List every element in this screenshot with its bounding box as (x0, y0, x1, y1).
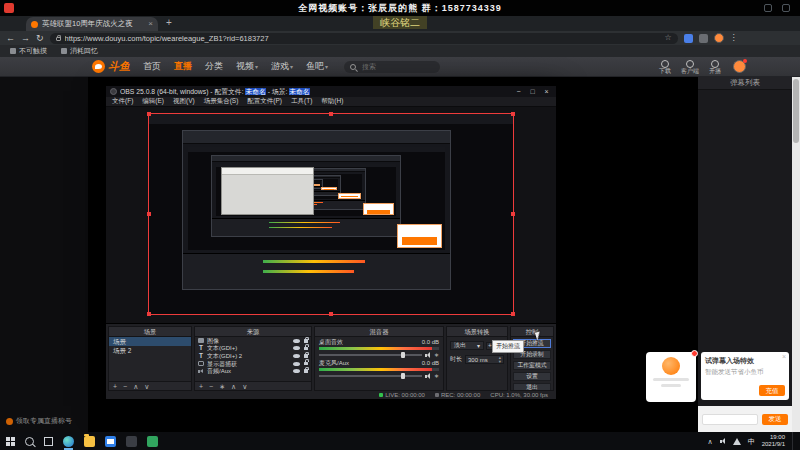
selection-handle[interactable] (329, 312, 333, 316)
source-item[interactable]: 文本(GDI+) (195, 345, 311, 353)
selection-handle[interactable] (511, 312, 515, 316)
selection-handle[interactable] (511, 212, 515, 216)
scene-item[interactable]: 场景 (109, 337, 191, 346)
settings-button[interactable]: 设置 (513, 372, 551, 381)
media-app-icon[interactable] (126, 436, 137, 447)
move-down-icon[interactable]: ∨ (144, 383, 149, 390)
lock-icon[interactable] (304, 362, 308, 366)
obs-titlebar[interactable]: OBS 25.0.8 (64-bit, windows) - 配置文件: 未命名… (106, 86, 556, 97)
selection-handle[interactable] (147, 212, 151, 216)
menu-help[interactable]: 帮助(H) (321, 97, 343, 106)
close-icon[interactable]: × (541, 88, 552, 95)
taskbar-search-icon[interactable] (25, 437, 34, 446)
source-item[interactable]: 图像 (195, 337, 311, 345)
reload-icon[interactable]: ↻ (36, 34, 44, 43)
selection-handle[interactable] (147, 312, 151, 316)
action-download[interactable]: 下载 (659, 60, 671, 74)
lock-icon[interactable] (304, 354, 308, 358)
volume-icon[interactable] (720, 438, 726, 444)
recharge-button[interactable]: 充值 (759, 385, 785, 396)
start-button[interactable] (6, 437, 15, 446)
maximize-icon[interactable]: □ (527, 88, 538, 95)
user-avatar[interactable] (733, 60, 746, 73)
action-broadcast[interactable]: 开播 (709, 60, 721, 74)
visibility-eye-icon[interactable] (293, 339, 300, 343)
nav-yuba[interactable]: 鱼吧 (306, 60, 328, 73)
nav-video[interactable]: 视频 (236, 60, 258, 73)
task-view-icon[interactable] (44, 437, 53, 446)
collections-icon[interactable] (684, 34, 693, 43)
bookmark-item[interactable]: 不可触摸 (10, 46, 47, 56)
menu-tools[interactable]: 工具(T) (291, 97, 312, 106)
bookmark-item[interactable]: 消耗回忆 (61, 46, 98, 56)
network-icon[interactable] (733, 438, 741, 445)
chat-messages[interactable]: × 试弹幕入场特效 智能发送节省小鱼币 充值 (698, 90, 792, 406)
remove-icon[interactable]: − (123, 383, 127, 390)
url-input[interactable] (65, 34, 661, 43)
move-up-icon[interactable]: ∧ (133, 383, 138, 390)
studio-mode-button[interactable]: 工作室模式 (513, 361, 551, 370)
add-icon[interactable]: + (199, 383, 203, 390)
edge-app-icon[interactable] (63, 436, 74, 447)
minimize-icon[interactable]: − (513, 88, 524, 95)
explorer-app-icon[interactable] (84, 436, 95, 447)
site-search[interactable] (344, 61, 440, 73)
selection-handle[interactable] (511, 112, 515, 116)
send-button[interactable]: 发送 (762, 414, 788, 425)
nav-live[interactable]: 直播 (174, 60, 192, 73)
menu-scene-collection[interactable]: 场景集合(S) (204, 97, 239, 106)
spin-arrows[interactable]: ▴ ▾ (499, 356, 501, 363)
chat-input[interactable] (702, 414, 758, 425)
action-client[interactable]: 客户端 (681, 60, 699, 74)
page-caption[interactable]: 领取专属直播称号 (6, 416, 72, 426)
menu-edit[interactable]: 编辑(E) (142, 97, 164, 106)
lock-icon[interactable] (304, 347, 308, 351)
lock-icon[interactable] (304, 369, 308, 373)
remove-icon[interactable]: − (209, 383, 213, 390)
exit-button[interactable]: 退出 (513, 383, 551, 390)
display-capture-selection[interactable] (148, 113, 514, 315)
new-tab-button[interactable]: + (166, 18, 172, 28)
search-input[interactable] (360, 62, 434, 71)
duration-spinbox[interactable]: 300 ms ▴ ▾ (465, 355, 504, 364)
taskbar-clock[interactable]: 19:00 2021/9/1 (762, 434, 785, 448)
tray-expand-icon[interactable]: ∧ (708, 438, 713, 445)
slider-knob[interactable] (401, 373, 405, 379)
nav-home[interactable]: 首页 (143, 60, 161, 73)
player-promo-card[interactable] (646, 352, 696, 402)
move-up-icon[interactable]: ∧ (231, 383, 236, 390)
tab-close-icon[interactable]: × (148, 20, 153, 28)
menu-view[interactable]: 视图(V) (173, 97, 195, 106)
stream-video-area[interactable]: OBS 25.0.8 (64-bit, windows) - 配置文件: 未命名… (88, 77, 698, 432)
speaker-icon[interactable] (425, 373, 431, 379)
forward-icon[interactable]: → (21, 34, 30, 43)
visibility-eye-icon[interactable] (293, 369, 300, 373)
selection-handle[interactable] (329, 112, 333, 116)
source-item[interactable]: 显示器捕获 (195, 360, 311, 368)
url-field[interactable]: ☆ (50, 33, 678, 44)
scene-item[interactable]: 场景 2 (109, 346, 191, 355)
page-scrollbar[interactable] (792, 77, 800, 432)
source-item[interactable]: 音频/Aux (195, 367, 311, 375)
close-icon[interactable]: × (782, 353, 786, 360)
obs-preview[interactable] (106, 107, 556, 323)
menu-file[interactable]: 文件(F) (112, 97, 133, 106)
language-indicator[interactable]: 中 (748, 438, 755, 445)
chat-app-icon[interactable] (147, 436, 158, 447)
selection-handle[interactable] (147, 112, 151, 116)
visibility-eye-icon[interactable] (293, 346, 300, 350)
lock-icon[interactable] (304, 339, 308, 343)
store-app-icon[interactable] (105, 436, 116, 447)
back-icon[interactable]: ← (6, 34, 15, 43)
properties-gear-icon[interactable]: ∗ (219, 383, 225, 390)
transition-select[interactable]: 淡出 ▾ (450, 341, 484, 350)
move-down-icon[interactable]: ∨ (242, 383, 247, 390)
browser-profile-avatar[interactable] (714, 33, 724, 43)
visibility-eye-icon[interactable] (293, 354, 300, 358)
nav-categories[interactable]: 分类 (205, 60, 223, 73)
notification-center-button[interactable] (792, 432, 797, 450)
add-icon[interactable]: + (113, 383, 117, 390)
douyu-logo[interactable]: 斗鱼 (92, 59, 130, 74)
scrollbar-thumb[interactable] (793, 79, 799, 143)
volume-slider[interactable] (319, 375, 422, 377)
